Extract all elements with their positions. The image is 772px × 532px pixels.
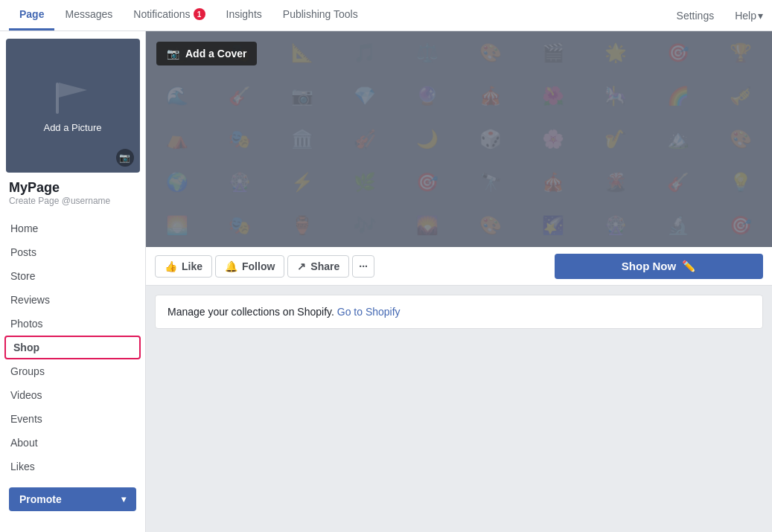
- pattern-cell: 🎪: [522, 161, 584, 204]
- go-to-shopify-link[interactable]: Go to Shopify: [337, 306, 401, 318]
- sidebar-item-events[interactable]: Events: [0, 407, 145, 431]
- action-buttons-left: 👍 Like 🔔 Follow ↗ Share ···: [155, 255, 374, 278]
- sidebar-item-videos[interactable]: Videos: [0, 383, 145, 407]
- pattern-cell: 🌋: [584, 161, 647, 204]
- shopify-banner: Manage your collections on Shopify. Go t…: [155, 295, 763, 329]
- page-name: MyPage: [9, 180, 136, 196]
- pattern-cell: 🌈: [647, 74, 709, 118]
- like-button[interactable]: 👍 Like: [155, 255, 212, 278]
- pattern-cell: 🎵: [334, 31, 396, 74]
- promote-btn-container: Promote ▾: [0, 478, 145, 511]
- pattern-cell: 🌠: [522, 204, 584, 247]
- sidebar-nav: Home Posts Store Reviews Photos Shop Gro…: [0, 217, 145, 478]
- page-info: MyPage Create Page @username: [0, 173, 145, 209]
- sidebar-item-store[interactable]: Store: [0, 264, 145, 288]
- pattern-cell: ⚡: [271, 161, 334, 204]
- pattern-cell: 🎡: [584, 204, 647, 247]
- pattern-cell: 📷: [271, 74, 334, 118]
- share-icon: ↗: [297, 260, 306, 272]
- like-icon: 👍: [165, 260, 177, 272]
- tab-settings[interactable]: Settings: [671, 10, 721, 22]
- pattern-cell: 🌸: [522, 118, 584, 161]
- pattern-cell: 🔭: [459, 161, 521, 204]
- pattern-cell: 🎨: [459, 204, 521, 247]
- sidebar-item-reviews[interactable]: Reviews: [0, 288, 145, 312]
- pattern-cell: 🎻: [334, 118, 396, 161]
- pattern-cell: 🔬: [647, 204, 709, 247]
- pattern-cell: 🌺: [522, 74, 584, 118]
- flag-icon: [50, 79, 95, 116]
- follow-button[interactable]: 🔔 Follow: [215, 255, 284, 278]
- tab-messages[interactable]: Messages: [54, 0, 123, 31]
- shop-now-button[interactable]: Shop Now ✏️: [555, 254, 763, 279]
- more-button[interactable]: ···: [352, 255, 374, 278]
- tab-insights[interactable]: Insights: [216, 0, 272, 31]
- pattern-cell: 🌍: [146, 161, 208, 204]
- chevron-down-icon: ▾: [758, 10, 763, 22]
- pattern-cell: 🎸: [647, 161, 709, 204]
- sidebar: Add a Picture 📷 MyPage Create Page @user…: [0, 31, 146, 532]
- pattern-cell: 🔮: [396, 74, 459, 118]
- pattern-cell: 🎭: [208, 118, 271, 161]
- main-content: ⛰️ 🎭 📐 🎵 ⚖️ 🎨 🎬 🌟 🎯 🏆 🌊 🎸 📷 💎 🔮 🎪 🌺 🎠 🌈: [146, 31, 772, 532]
- pattern-cell: 🏛️: [271, 118, 334, 161]
- pattern-cell: 🎭: [208, 204, 271, 247]
- pattern-cell: 🎯: [396, 161, 459, 204]
- sidebar-item-posts[interactable]: Posts: [0, 240, 145, 264]
- pattern-cell: 🏆: [709, 31, 772, 74]
- pattern-cell: 🌅: [146, 204, 208, 247]
- tab-page[interactable]: Page: [9, 0, 54, 31]
- sidebar-item-about[interactable]: About: [0, 431, 145, 455]
- pattern-cell: 🌟: [584, 31, 647, 74]
- add-picture-overlay: Add a Picture: [43, 79, 101, 133]
- pattern-cell: 🎨: [459, 31, 521, 74]
- edit-icon: ✏️: [682, 260, 696, 273]
- pattern-cell: 🏔️: [647, 118, 709, 161]
- camera-icon: 📷: [167, 48, 179, 60]
- pattern-cell: 🎨: [709, 118, 772, 161]
- share-button[interactable]: ↗ Share: [287, 255, 349, 278]
- top-nav: Page Messages Notifications 1 Insights P…: [0, 0, 772, 31]
- add-picture-text: Add a Picture: [43, 122, 101, 133]
- pattern-cell: 💎: [334, 74, 396, 118]
- help-button[interactable]: Help ▾: [735, 10, 763, 22]
- pattern-cell: 🎲: [459, 118, 521, 161]
- tab-publishing-tools[interactable]: Publishing Tools: [272, 0, 369, 31]
- follow-icon: 🔔: [225, 260, 237, 272]
- profile-picture[interactable]: Add a Picture 📷: [6, 39, 140, 173]
- pattern-cell: 🎪: [459, 74, 521, 118]
- pattern-cell: 🎸: [208, 74, 271, 118]
- sidebar-item-likes[interactable]: Likes: [0, 455, 145, 478]
- pattern-cell: 🏺: [271, 204, 334, 247]
- sidebar-item-home[interactable]: Home: [0, 217, 145, 240]
- add-cover-button[interactable]: 📷 Add a Cover: [156, 42, 257, 65]
- notifications-badge: 1: [194, 8, 205, 20]
- sidebar-item-photos[interactable]: Photos: [0, 312, 145, 336]
- page-username: Create Page @username: [9, 196, 136, 206]
- chevron-down-icon: ▾: [121, 494, 126, 504]
- pattern-cell: 🎯: [709, 204, 772, 247]
- sidebar-item-shop[interactable]: Shop: [4, 336, 141, 359]
- pattern-cell: 🎠: [584, 74, 647, 118]
- pattern-cell: 🎬: [522, 31, 584, 74]
- pattern-cell: 🎺: [709, 74, 772, 118]
- page-layout: Add a Picture 📷 MyPage Create Page @user…: [0, 31, 772, 532]
- pattern-cell: 🌙: [396, 118, 459, 161]
- camera-icon[interactable]: 📷: [116, 149, 134, 167]
- tab-notifications[interactable]: Notifications 1: [123, 0, 215, 31]
- pattern-cell: 🌊: [146, 74, 208, 118]
- pattern-cell: ⚖️: [396, 31, 459, 74]
- pattern-cell: 🌿: [334, 161, 396, 204]
- pattern-cell: 🎶: [334, 204, 396, 247]
- action-bar: 👍 Like 🔔 Follow ↗ Share ··· Shop Now ✏️: [146, 247, 772, 286]
- sidebar-item-groups[interactable]: Groups: [0, 359, 145, 383]
- nav-right: Settings Help ▾: [671, 0, 763, 31]
- pattern-cell: 💡: [709, 161, 772, 204]
- pattern-cell: ⛺: [146, 118, 208, 161]
- pattern-cell: 🎯: [647, 31, 709, 74]
- pattern-cell: 🎷: [584, 118, 647, 161]
- pattern-cell: 🎡: [208, 161, 271, 204]
- promote-button[interactable]: Promote ▾: [9, 487, 136, 511]
- nav-left: Page Messages Notifications 1 Insights P…: [9, 0, 369, 31]
- svg-rect-0: [56, 83, 59, 114]
